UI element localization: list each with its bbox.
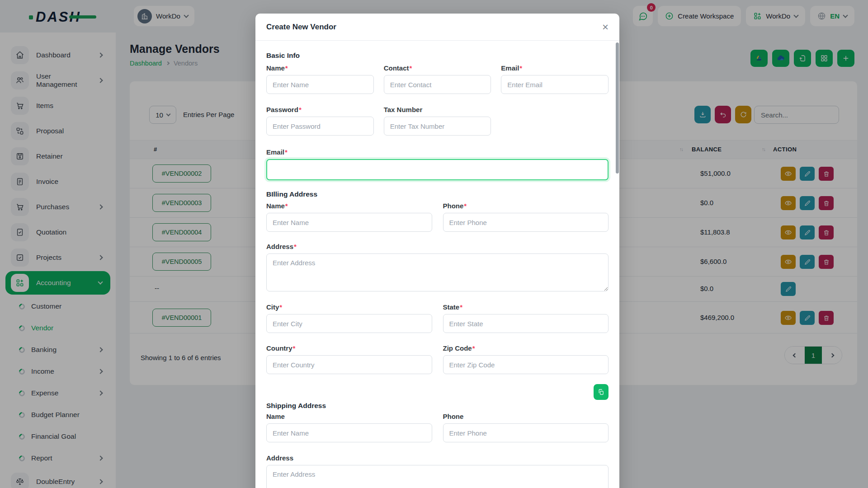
copy-icon: [598, 389, 604, 395]
name-label: Name*: [266, 64, 374, 72]
billing-zip-field[interactable]: [443, 355, 609, 374]
billing-phone-field[interactable]: [443, 213, 609, 232]
billing-name-field[interactable]: [266, 213, 432, 232]
login-email-label: Email*: [266, 148, 609, 156]
shipping-phone-label: Phone: [443, 413, 609, 420]
basic-info-heading: Basic Info: [266, 52, 609, 60]
password-label: Password*: [266, 106, 374, 113]
billing-state-label: State*: [443, 303, 609, 311]
password-field[interactable]: [266, 117, 374, 136]
email-field[interactable]: [501, 75, 609, 94]
billing-address-field[interactable]: [266, 253, 609, 291]
billing-city-field[interactable]: [266, 314, 432, 333]
modal-scrollbar[interactable]: [616, 42, 619, 174]
billing-state-field[interactable]: [443, 314, 609, 333]
shipping-address-heading: Shipping Address: [266, 402, 609, 410]
shipping-name-field[interactable]: [266, 423, 432, 442]
billing-phone-label: Phone*: [443, 202, 609, 210]
billing-city-label: City*: [266, 303, 432, 311]
contact-field[interactable]: [384, 75, 491, 94]
billing-country-label: Country*: [266, 344, 432, 352]
modal-title: Create New Vendor: [266, 23, 336, 32]
billing-address-label: Address*: [266, 243, 609, 250]
name-field[interactable]: [266, 75, 374, 94]
shipping-address-field[interactable]: [266, 465, 609, 488]
billing-address-heading: BIlling Address: [266, 190, 609, 198]
close-icon[interactable]: ×: [602, 22, 609, 33]
billing-zip-label: Zip Code*: [443, 344, 609, 352]
tax-number-label: Tax Number: [384, 106, 491, 113]
email-label: Email*: [501, 64, 609, 72]
login-email-field-focused[interactable]: [266, 159, 609, 180]
shipping-phone-field[interactable]: [443, 423, 609, 442]
tax-number-field[interactable]: [384, 117, 491, 136]
shipping-address-label: Address: [266, 454, 609, 462]
shipping-name-label: Name: [266, 413, 432, 420]
copy-billing-to-shipping-button[interactable]: [594, 384, 609, 400]
create-vendor-modal: Create New Vendor × Basic Info Name* Con…: [255, 14, 619, 488]
billing-country-field[interactable]: [266, 355, 432, 374]
billing-name-label: Name*: [266, 202, 432, 210]
contact-label: Contact*: [384, 64, 491, 72]
